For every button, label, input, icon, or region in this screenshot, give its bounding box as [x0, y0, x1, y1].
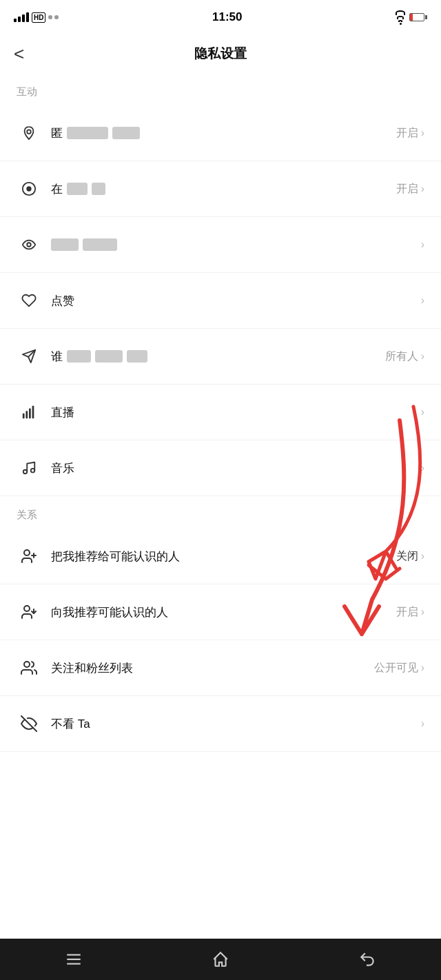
- menu-arrow-recommend-to-me: ›: [421, 606, 424, 618]
- menu-value-follow-list: 公开可见: [374, 661, 418, 675]
- menu-arrow-follow-list: ›: [421, 662, 424, 674]
- content-wrapper: 互动 匿 开启 › 在 开启 ›: [0, 73, 441, 800]
- nav-header: < 隐私设置: [0, 34, 441, 73]
- svg-point-0: [27, 130, 31, 134]
- svg-point-3: [27, 243, 31, 247]
- menu-arrow-works: ›: [421, 238, 424, 251]
- battery-icon: [409, 13, 427, 21]
- svg-rect-9: [32, 406, 34, 418]
- menu-text-online: 在: [51, 181, 396, 197]
- menu-arrow-music: ›: [421, 462, 424, 474]
- menu-item-send[interactable]: 谁 所有人 ›: [0, 329, 441, 385]
- svg-point-17: [24, 662, 30, 667]
- menu-item-recommend-me[interactable]: 把我推荐给可能认识的人 关闭 ›: [0, 529, 441, 584]
- menu-item-live[interactable]: 直播 ›: [0, 385, 441, 440]
- user-arrow-icon: [17, 600, 41, 624]
- nav-menu-button[interactable]: [50, 946, 98, 973]
- menu-value-online: 开启: [396, 182, 418, 196]
- menu-arrow-not-see: ›: [421, 717, 424, 730]
- heart-icon: [17, 288, 41, 313]
- menu-item-follow-list[interactable]: 关注和粉丝列表 公开可见 ›: [0, 640, 441, 696]
- menu-item-not-see[interactable]: 不看 Ta ›: [0, 696, 441, 752]
- svg-point-10: [23, 470, 28, 474]
- signal-icon: [14, 12, 29, 22]
- bottom-nav: [0, 939, 441, 980]
- online-icon: [17, 176, 41, 201]
- svg-rect-6: [23, 414, 25, 418]
- menu-text-like: 点赞: [51, 293, 418, 309]
- menu-text-send: 谁: [51, 349, 385, 365]
- bars-icon: [17, 400, 41, 425]
- menu-item-recommend-to-me[interactable]: 向我推荐可能认识的人 开启 ›: [0, 584, 441, 640]
- section-label-interaction: 互动: [0, 73, 441, 105]
- wifi-icon: [396, 10, 405, 25]
- page-title: 隐私设置: [194, 45, 247, 63]
- nav-home-button[interactable]: [196, 946, 245, 973]
- svg-rect-8: [29, 409, 31, 419]
- menu-arrow-recommend-me: ›: [421, 550, 424, 562]
- eye-slash-icon: [17, 711, 41, 736]
- send-icon: [17, 344, 41, 369]
- users-icon: [17, 655, 41, 680]
- nav-back-button[interactable]: [343, 946, 391, 973]
- location-icon: [17, 121, 41, 145]
- section-label-relation: 关系: [0, 496, 441, 529]
- svg-point-15: [24, 606, 30, 611]
- menu-text-works: [51, 238, 418, 251]
- menu-arrow-location: ›: [421, 127, 424, 139]
- dot-badge: [48, 15, 59, 19]
- status-right: [396, 10, 427, 25]
- menu-item-online[interactable]: 在 开启 ›: [0, 161, 441, 217]
- menu-text-not-see: 不看 Ta: [51, 716, 418, 732]
- menu-arrow-send: ›: [421, 350, 424, 363]
- hd-badge: HD: [32, 12, 45, 23]
- svg-rect-7: [25, 411, 28, 418]
- menu-value-recommend-me: 关闭: [396, 549, 418, 564]
- menu-item-works[interactable]: ›: [0, 217, 441, 273]
- menu-arrow-live: ›: [421, 406, 424, 418]
- menu-arrow-like: ›: [421, 294, 424, 307]
- menu-item-music[interactable]: 音乐 ›: [0, 440, 441, 496]
- menu-item-like[interactable]: 点赞 ›: [0, 273, 441, 329]
- menu-value-send: 所有人: [385, 349, 418, 364]
- menu-arrow-online: ›: [421, 183, 424, 195]
- svg-point-11: [31, 469, 35, 473]
- menu-text-recommend-me: 把我推荐给可能认识的人: [51, 549, 396, 564]
- svg-point-2: [27, 187, 31, 191]
- menu-text-location: 匿: [51, 125, 396, 141]
- music-icon: [17, 456, 41, 480]
- menu-text-follow-list: 关注和粉丝列表: [51, 660, 374, 676]
- eye-icon: [17, 232, 41, 257]
- menu-item-location[interactable]: 匿 开启 ›: [0, 105, 441, 161]
- status-left: HD: [14, 12, 59, 23]
- menu-value-recommend-to-me: 开启: [396, 605, 418, 620]
- menu-value-location: 开启: [396, 126, 418, 141]
- status-bar: HD 11:50: [0, 0, 441, 34]
- status-time: 11:50: [212, 10, 242, 24]
- svg-point-12: [24, 550, 30, 555]
- menu-text-live: 直播: [51, 405, 418, 420]
- menu-text-recommend-to-me: 向我推荐可能认识的人: [51, 604, 396, 620]
- menu-text-music: 音乐: [51, 460, 418, 476]
- user-add-icon: [17, 544, 41, 569]
- back-button[interactable]: <: [14, 43, 24, 65]
